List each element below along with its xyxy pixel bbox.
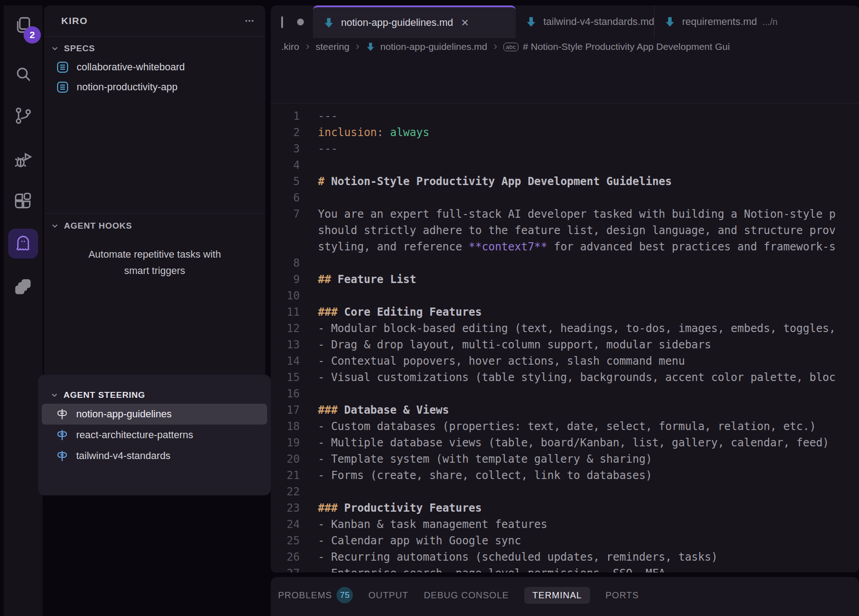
- panel-tab-problems[interactable]: PROBLEMS75: [278, 587, 353, 603]
- code-row[interactable]: 20- Template system (with template galle…: [271, 451, 859, 467]
- panel-tab-label: OUTPUT: [368, 590, 408, 601]
- section-specs-header[interactable]: SPECS: [44, 40, 265, 57]
- code-row[interactable]: 9## Feature List: [271, 271, 859, 288]
- ellipsis-icon: [243, 15, 256, 26]
- code-line-text: - Drag & drop layout, multi-column suppo…: [318, 337, 711, 353]
- steering-item-notion-app-guidelines[interactable]: notion-app-guidelines: [42, 404, 267, 425]
- section-agent-hooks: AGENT HOOKS Automate repetitive tasks wi…: [44, 213, 265, 279]
- section-steering-header[interactable]: AGENT STEERING: [38, 386, 271, 404]
- code-line-text: - Modular block-based editing (text, hea…: [318, 320, 836, 337]
- code-row[interactable]: 16: [271, 386, 859, 402]
- section-label: AGENT STEERING: [63, 390, 145, 400]
- section-label: AGENT HOOKS: [64, 221, 132, 231]
- clipped-tab-label-fragment: [281, 16, 283, 28]
- code-row[interactable]: 26- Recurring automations (scheduled upd…: [271, 549, 859, 565]
- code-row[interactable]: should strictly adhere to the feature li…: [271, 222, 859, 239]
- section-label: SPECS: [64, 44, 95, 54]
- code-row[interactable]: 11### Core Editing Features: [271, 304, 859, 320]
- code-row[interactable]: 25- Calendar app with Google sync: [271, 533, 859, 549]
- breadcrumb-symbol[interactable]: # Notion-Style Productivity App Developm…: [523, 41, 730, 52]
- stacked-cards-icon: [13, 277, 33, 297]
- steering-signpost-icon: [55, 449, 69, 463]
- code-line-text: styling, and reference **context7** for …: [318, 239, 836, 255]
- code-row[interactable]: styling, and reference **context7** for …: [271, 239, 859, 255]
- steering-item-label: tailwind-v4-standards: [76, 450, 171, 462]
- code-row[interactable]: 6: [271, 190, 859, 206]
- hooks-description: Automate repetitive tasks with smart tri…: [75, 246, 234, 279]
- sidebar-header: KIRO: [44, 5, 265, 37]
- code-row[interactable]: 5# Notion-Style Productivity App Develop…: [271, 173, 859, 190]
- panel-tab-output[interactable]: OUTPUT: [368, 590, 408, 601]
- code-row[interactable]: 23### Productivity Features: [271, 500, 859, 516]
- steering-item-tailwind-v4-standards[interactable]: tailwind-v4-standards: [42, 445, 267, 466]
- more-actions-button[interactable]: [242, 15, 257, 27]
- run-debug-icon[interactable]: [13, 150, 34, 171]
- code-row[interactable]: 8: [271, 255, 859, 271]
- code-line-text: inclusion: always: [318, 124, 430, 141]
- code-row[interactable]: 10: [271, 288, 859, 304]
- editor-group: notion-app-guidelines.md × tailwind-v4-s…: [271, 5, 859, 572]
- code-line-text: ### Core Editing Features: [318, 304, 482, 320]
- section-hooks-header[interactable]: AGENT HOOKS: [44, 217, 265, 235]
- code-row[interactable]: 27- Enterprise search, page-level permis…: [271, 565, 859, 572]
- code-row[interactable]: 22: [271, 484, 859, 500]
- code-line-text: - Calendar app with Google sync: [318, 533, 521, 549]
- panel-tab-debug-console[interactable]: DEBUG CONSOLE: [424, 590, 508, 601]
- markdown-download-icon: [323, 17, 335, 29]
- panel-tab-ports[interactable]: PORTS: [605, 590, 639, 601]
- agent-steering-panel: AGENT STEERING notion-app-guidelines rea…: [38, 375, 271, 495]
- code-line-text: - Custom databases (properties: text, da…: [318, 418, 816, 435]
- search-icon[interactable]: [13, 64, 34, 84]
- spec-item-collaborative-whiteboard[interactable]: collaborative-whiteboard: [44, 57, 265, 77]
- extensions-grid-icon: [13, 191, 33, 211]
- code-line-text: ### Productivity Features: [318, 500, 482, 516]
- panel-tab-terminal[interactable]: TERMINAL: [524, 587, 590, 604]
- code-row[interactable]: 3---: [271, 141, 859, 157]
- markdown-download-icon: [366, 42, 376, 52]
- tab-notion-app-guidelines[interactable]: notion-app-guidelines.md ×: [313, 5, 516, 38]
- breadcrumb-file[interactable]: notion-app-guidelines.md: [380, 41, 487, 52]
- code-line-text: - Multiple database views (table, board/…: [318, 435, 829, 451]
- code-row[interactable]: 18- Custom databases (properties: text, …: [271, 418, 859, 435]
- spec-document-icon: [56, 80, 69, 94]
- code-row[interactable]: 4: [271, 157, 859, 173]
- line-number: 21: [271, 467, 300, 484]
- code-row[interactable]: 15- Visual customizations (table styling…: [271, 369, 859, 386]
- code-row[interactable]: 24- Kanban & task management features: [271, 516, 859, 533]
- tab-requirements[interactable]: requirements.md .../n: [656, 5, 859, 38]
- line-number: 12: [271, 320, 300, 337]
- code-row[interactable]: 17### Database & Views: [271, 402, 859, 418]
- panel-tab-label: TERMINAL: [532, 590, 582, 601]
- code-row[interactable]: 1---: [271, 108, 859, 124]
- activity-bar: 2: [4, 5, 43, 616]
- code-line-text: - Kanban & task management features: [318, 516, 547, 533]
- code-row[interactable]: 7You are an expert full-stack AI develop…: [271, 206, 859, 222]
- panel-tab-label: PORTS: [605, 590, 639, 601]
- code-line-text: - Contextual popovers, hover actions, sl…: [318, 353, 685, 369]
- close-icon[interactable]: ×: [461, 16, 469, 29]
- steering-item-react-architecture-patterns[interactable]: react-architecture-patterns: [42, 425, 267, 445]
- code-area[interactable]: 1---2inclusion: always3---45# Notion-Sty…: [271, 103, 859, 572]
- extensions-icon[interactable]: [13, 191, 34, 211]
- tab-label: requirements.md: [682, 16, 757, 28]
- spec-item-label: notion-productivity-app: [77, 81, 178, 93]
- breadcrumb-folder[interactable]: .kiro: [281, 41, 299, 52]
- code-row[interactable]: 12- Modular block-based editing (text, h…: [271, 320, 859, 337]
- chat-layers-icon[interactable]: [13, 277, 34, 298]
- files-icon[interactable]: 2: [13, 15, 34, 35]
- clipped-tab[interactable]: [271, 5, 312, 38]
- code-row[interactable]: 21- Forms (create, share, collect, link …: [271, 467, 859, 484]
- code-row[interactable]: 19- Multiple database views (table, boar…: [271, 435, 859, 451]
- tab-bar: notion-app-guidelines.md × tailwind-v4-s…: [271, 5, 859, 38]
- spec-item-notion-productivity-app[interactable]: notion-productivity-app: [44, 77, 265, 97]
- code-row[interactable]: 2inclusion: always: [271, 124, 859, 141]
- chevron-right-icon: [304, 43, 311, 50]
- source-control-icon[interactable]: [13, 105, 34, 126]
- tab-tailwind-v4-standards[interactable]: tailwind-v4-standards.md: [517, 5, 654, 38]
- breadcrumb-folder[interactable]: steering: [316, 41, 350, 52]
- line-number: 8: [271, 255, 300, 271]
- code-row[interactable]: 14- Contextual popovers, hover actions, …: [271, 353, 859, 369]
- breadcrumb: .kiro steering notion-app-guidelines.md …: [271, 38, 859, 55]
- kiro-agent-icon[interactable]: [8, 229, 38, 259]
- code-row[interactable]: 13- Drag & drop layout, multi-column sup…: [271, 337, 859, 353]
